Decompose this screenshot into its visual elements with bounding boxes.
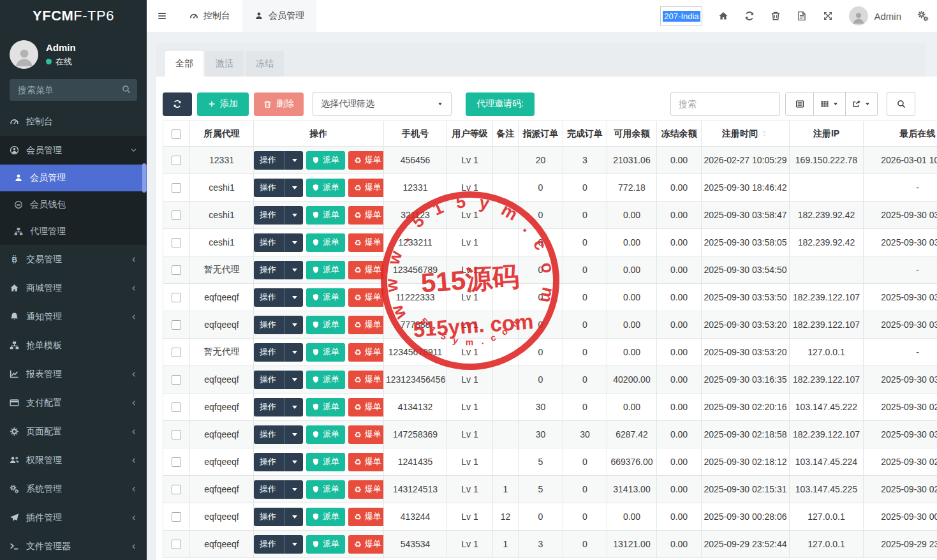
dispatch-button[interactable]: 派单: [306, 480, 345, 499]
column-header-9[interactable]: 注册时间: [702, 121, 790, 147]
sidebar-item-0[interactable]: 控制台: [0, 107, 147, 136]
dispatch-button[interactable]: 派单: [306, 371, 345, 389]
dispatch-button[interactable]: 派单: [306, 508, 345, 526]
columns-button[interactable]: [814, 92, 846, 116]
dispatch-button[interactable]: 派单: [306, 343, 345, 362]
export-button[interactable]: [846, 92, 878, 116]
invite-code-button[interactable]: 代理邀请码:: [466, 92, 535, 116]
sidebar-scrollbar[interactable]: [142, 163, 146, 193]
agent-filter-select[interactable]: 选择代理筛选: [313, 92, 452, 116]
operate-button[interactable]: 操作: [254, 508, 303, 526]
dispatch-button[interactable]: 派单: [306, 425, 345, 444]
row-checkbox[interactable]: [172, 183, 181, 193]
dispatch-button[interactable]: 派单: [306, 179, 345, 197]
sidebar-item-8[interactable]: 页面配置: [0, 417, 147, 446]
dispatch-button[interactable]: 派单: [306, 535, 345, 554]
sidebar-subitem-1-0[interactable]: 会员管理: [0, 165, 147, 191]
fullscreen-icon[interactable]: [823, 11, 833, 21]
burst-button[interactable]: ♻爆单: [348, 398, 384, 416]
row-checkbox[interactable]: [172, 210, 181, 220]
operate-button[interactable]: 操作: [254, 233, 303, 252]
burst-button[interactable]: ♻爆单: [348, 535, 384, 554]
burst-button[interactable]: ♻爆单: [348, 261, 384, 279]
operate-button[interactable]: 操作: [254, 425, 303, 444]
trash-icon[interactable]: [771, 11, 781, 21]
operate-button[interactable]: 操作: [254, 179, 303, 197]
settings-gears-icon[interactable]: [917, 10, 929, 22]
refresh-icon[interactable]: [744, 11, 755, 21]
row-checkbox[interactable]: [172, 485, 181, 494]
burst-button[interactable]: ♻爆单: [348, 480, 384, 499]
sidebar-item-12[interactable]: 文件管理器: [0, 532, 147, 560]
row-checkbox[interactable]: [172, 430, 181, 439]
search-icon[interactable]: [122, 85, 131, 94]
dispatch-button[interactable]: 派单: [306, 453, 345, 471]
operate-button[interactable]: 操作: [254, 535, 303, 554]
search-button[interactable]: [887, 92, 915, 116]
operate-button[interactable]: 操作: [254, 316, 303, 334]
operate-button[interactable]: 操作: [254, 343, 303, 362]
dispatch-button[interactable]: 派单: [306, 151, 345, 170]
sidebar-item-11[interactable]: 插件管理: [0, 503, 147, 532]
burst-button[interactable]: ♻爆单: [348, 425, 384, 444]
dispatch-button[interactable]: 派单: [306, 233, 345, 252]
sidebar-item-4[interactable]: 通知管理: [0, 302, 147, 331]
detail-view-button[interactable]: [785, 92, 814, 116]
site-name-input[interactable]: 207-India: [660, 6, 702, 26]
sidebar-toggle-button[interactable]: [147, 0, 177, 32]
dispatch-button[interactable]: 派单: [306, 398, 345, 416]
sidebar-item-5[interactable]: 抢单模板: [0, 331, 147, 360]
row-checkbox[interactable]: [172, 375, 181, 385]
operate-button[interactable]: 操作: [254, 151, 303, 170]
nav-tab-members[interactable]: 会员管理: [242, 0, 316, 32]
burst-button[interactable]: ♻爆单: [348, 151, 384, 170]
burst-button[interactable]: ♻爆单: [348, 288, 384, 307]
operate-button[interactable]: 操作: [254, 261, 303, 279]
tab-frozen[interactable]: 冻结: [246, 51, 284, 77]
row-checkbox[interactable]: [172, 320, 181, 330]
row-checkbox[interactable]: [172, 540, 181, 549]
add-button[interactable]: 添加: [197, 92, 249, 116]
dispatch-button[interactable]: 派单: [306, 206, 345, 225]
sidebar-item-9[interactable]: 权限管理: [0, 446, 147, 475]
refresh-button[interactable]: [163, 92, 192, 116]
operate-button[interactable]: 操作: [254, 288, 303, 307]
row-checkbox[interactable]: [172, 512, 181, 522]
row-checkbox[interactable]: [172, 402, 181, 412]
operate-button[interactable]: 操作: [254, 398, 303, 416]
burst-button[interactable]: ♻爆单: [348, 343, 384, 362]
tab-active[interactable]: 激活: [205, 51, 244, 77]
sidebar-subitem-1-1[interactable]: cc 会员钱包: [0, 191, 147, 218]
sidebar-item-6[interactable]: 报表管理: [0, 360, 147, 388]
row-checkbox[interactable]: [172, 457, 181, 467]
burst-button[interactable]: ♻爆单: [348, 206, 384, 225]
clear-cache-icon[interactable]: [797, 11, 807, 21]
row-checkbox[interactable]: [172, 265, 181, 275]
row-checkbox[interactable]: [172, 238, 181, 247]
burst-button[interactable]: ♻爆单: [348, 316, 384, 334]
operate-button[interactable]: 操作: [254, 453, 303, 471]
dispatch-button[interactable]: 派单: [306, 288, 345, 307]
select-all-checkbox[interactable]: [172, 129, 181, 139]
sidebar-subitem-1-2[interactable]: 代理管理: [0, 218, 147, 245]
sidebar-item-1[interactable]: 会员管理: [0, 136, 147, 165]
burst-button[interactable]: ♻爆单: [348, 371, 384, 389]
nav-tab-dashboard[interactable]: 控制台: [177, 0, 242, 32]
operate-button[interactable]: 操作: [254, 206, 303, 225]
row-checkbox[interactable]: [172, 348, 181, 357]
operate-button[interactable]: 操作: [254, 371, 303, 389]
burst-button[interactable]: ♻爆单: [348, 508, 384, 526]
sidebar-item-7[interactable]: 支付配置: [0, 388, 147, 417]
burst-button[interactable]: ♻爆单: [348, 179, 384, 197]
table-search-input[interactable]: [670, 92, 780, 116]
sidebar-item-2[interactable]: B 交易管理: [0, 245, 147, 274]
sidebar-item-3[interactable]: 商城管理: [0, 274, 147, 302]
tab-all[interactable]: 全部: [165, 51, 203, 77]
delete-button[interactable]: 删除: [254, 92, 304, 116]
sidebar-search-input[interactable]: [10, 79, 137, 101]
burst-button[interactable]: ♻爆单: [348, 233, 384, 252]
burst-button[interactable]: ♻爆单: [348, 453, 384, 471]
row-checkbox[interactable]: [172, 156, 181, 165]
home-icon[interactable]: [718, 11, 728, 21]
user-menu[interactable]: Admin: [849, 6, 901, 26]
